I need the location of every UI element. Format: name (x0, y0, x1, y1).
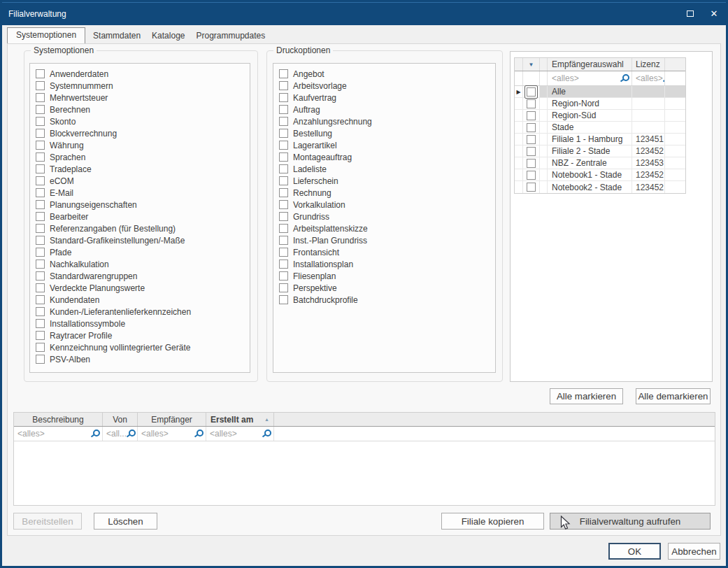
beschreibung-filter-value[interactable]: <alles> (17, 429, 45, 439)
recipient-license-cell[interactable]: 123453 (632, 157, 665, 169)
druckoption-item[interactable]: Fliesenplan (273, 270, 495, 282)
checkbox-icon[interactable] (36, 188, 45, 197)
recipient-name-cell[interactable]: Notebook1 - Stade (548, 169, 632, 180)
recipient-row[interactable]: ▶ Region-Süd (515, 110, 685, 122)
recipient-name-cell[interactable]: Alle (548, 86, 632, 97)
druckoption-item[interactable]: Angebot (273, 68, 495, 80)
checkbox-icon[interactable] (279, 200, 288, 209)
recipient-name-cell[interactable]: Filiale 1 - Hamburg (548, 134, 632, 145)
recipient-checkbox-cell[interactable] (523, 145, 540, 157)
checkbox-icon[interactable] (279, 164, 288, 173)
license-column-header[interactable]: Lizenz (632, 58, 665, 71)
tab-systemoptionen[interactable]: Systemoptionen (7, 27, 85, 43)
checkbox-icon[interactable] (36, 117, 45, 126)
empfaenger-column-header[interactable]: Empfänger (138, 413, 206, 426)
recipient-license-cell[interactable]: 123452 (632, 181, 665, 193)
recipient-checkbox-cell[interactable] (523, 134, 540, 145)
systemoption-item[interactable]: Berechnen (30, 104, 250, 115)
checkbox-icon[interactable] (279, 236, 288, 245)
checkbox-icon[interactable] (527, 171, 536, 180)
systemoption-item[interactable]: Kunden-/Lieferantenlieferkennzeichen (30, 306, 250, 318)
filter-dropdown-icon[interactable]: ▼ (529, 62, 534, 68)
checkbox-icon[interactable] (279, 260, 288, 269)
recipient-name-cell[interactable]: Filiale 2 - Stade (548, 145, 632, 157)
systemoption-item[interactable]: Installationssymbole (30, 318, 250, 329)
checkbox-icon[interactable] (527, 135, 536, 144)
checkbox-icon[interactable] (527, 159, 536, 168)
empfaenger-filter-value[interactable]: <alles> (141, 429, 169, 439)
checkbox-icon[interactable] (36, 343, 45, 352)
recipient-license-cell[interactable] (632, 110, 665, 121)
systemoption-item[interactable]: Pfade (30, 246, 250, 258)
checkbox-icon[interactable] (279, 283, 288, 292)
systemoption-item[interactable]: Währung (30, 139, 250, 151)
checkbox-icon[interactable] (527, 87, 536, 97)
open-branch-management-button[interactable]: Filialverwaltung aufrufen (550, 513, 711, 530)
checkbox-icon[interactable] (279, 295, 288, 304)
checkbox-icon[interactable] (36, 164, 45, 173)
druckoption-item[interactable]: Frontansicht (273, 246, 495, 258)
beschreibung-column-header[interactable]: Beschreibung (14, 413, 103, 426)
ok-button[interactable]: OK (608, 543, 661, 560)
recipient-license-cell[interactable] (632, 98, 665, 109)
checkbox-icon[interactable] (36, 176, 45, 185)
erstellt-am-filter-value[interactable]: <alles> (210, 429, 237, 439)
von-column-header[interactable]: Von (103, 413, 138, 426)
druckoption-item[interactable]: Rechnung (273, 187, 495, 199)
recipient-license-cell[interactable]: 123451 (632, 134, 665, 145)
systemoption-item[interactable]: Mehrwertsteuer (30, 92, 250, 104)
druckoption-item[interactable]: Inst.-Plan Grundriss (273, 234, 495, 246)
systemoption-item[interactable]: Tradeplace (30, 163, 250, 175)
checkbox-icon[interactable] (36, 212, 45, 221)
checkbox-icon[interactable] (279, 117, 288, 126)
druckoption-item[interactable]: Kaufvertrag (273, 92, 495, 104)
recipient-name-cell[interactable]: NBZ - Zentrale (548, 157, 632, 169)
deployments-empty-list[interactable] (14, 441, 715, 506)
deselect-all-button[interactable]: Alle demarkieren (636, 388, 711, 404)
druckoption-item[interactable]: Auftrag (273, 104, 495, 115)
recipient-row[interactable]: ▶ Filiale 2 - Stade 123452 (515, 145, 685, 157)
checkbox-icon[interactable] (279, 212, 288, 221)
select-all-button[interactable]: Alle markieren (550, 388, 623, 404)
checkbox-icon[interactable] (36, 260, 45, 269)
recipient-checkbox-cell[interactable] (523, 157, 540, 169)
checkbox-icon[interactable] (279, 81, 288, 90)
systemoption-item[interactable]: Sprachen (30, 151, 250, 163)
recipient-license-cell[interactable] (632, 122, 665, 133)
recipient-filter-value[interactable]: <alles> (552, 73, 579, 83)
recipient-row[interactable]: ▶ Notebook1 - Stade 123452 (515, 169, 685, 181)
systemoption-item[interactable]: Bearbeiter (30, 211, 250, 222)
recipient-checkbox-cell[interactable] (523, 122, 540, 133)
checkbox-icon[interactable] (36, 295, 45, 304)
cancel-button[interactable]: Abbrechen (668, 543, 720, 560)
tab-programmupdates[interactable]: Programmupdates (192, 29, 269, 43)
recipient-column-header[interactable]: Empfängerauswahl (548, 58, 632, 71)
recipient-name-cell[interactable]: Stade (548, 122, 632, 133)
search-icon[interactable] (262, 429, 271, 438)
systemoption-item[interactable]: Systemnummern (30, 80, 250, 92)
systemoption-item[interactable]: Kennzeichnung vollintegrierter Geräte (30, 341, 250, 353)
recipient-name-cell[interactable]: Region-Nord (548, 98, 632, 109)
systemoption-item[interactable]: Anwenderdaten (30, 68, 250, 80)
druckoption-item[interactable]: Installationsplan (273, 258, 495, 270)
erstellt-am-filter-cell[interactable]: <alles> (206, 427, 274, 441)
druckoption-item[interactable]: Vorkalkulation (273, 199, 495, 211)
erstellt-am-column-header[interactable]: Erstellt am ▲ (206, 413, 274, 426)
druckoption-item[interactable]: Arbeitsplattenskizze (273, 222, 495, 234)
recipient-checkbox-cell[interactable] (523, 86, 540, 97)
systemoption-item[interactable]: PSV-Alben (30, 353, 250, 365)
checkbox-icon[interactable] (527, 111, 536, 120)
copy-branch-button[interactable]: Filiale kopieren (441, 513, 544, 530)
checkbox-icon[interactable] (36, 152, 45, 162)
search-icon[interactable] (91, 429, 99, 438)
checkbox-column-header[interactable]: ▼ (523, 58, 540, 71)
recipient-name-cell[interactable]: Notebook2 - Stade (548, 181, 632, 193)
druckoption-item[interactable]: Anzahlungsrechnung (273, 115, 495, 127)
von-filter-cell[interactable]: <all... (103, 427, 138, 441)
druckoption-item[interactable]: Bestellung (273, 127, 495, 139)
recipient-checkbox-cell[interactable] (523, 169, 540, 180)
recipient-row[interactable]: ▶ Alle (515, 86, 685, 98)
checkbox-icon[interactable] (36, 81, 45, 90)
checkbox-icon[interactable] (527, 147, 536, 156)
license-filter-value[interactable]: <alles> (636, 73, 663, 83)
